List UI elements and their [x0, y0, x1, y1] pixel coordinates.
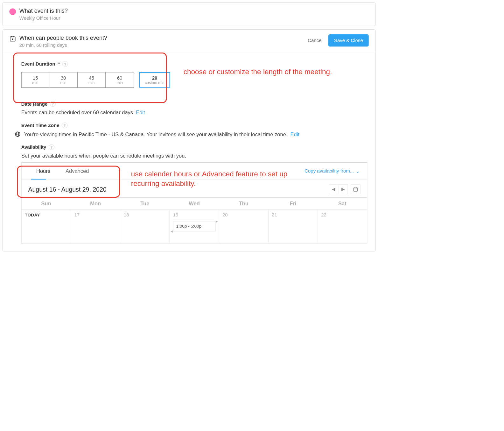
- calendar-cell[interactable]: 22: [318, 210, 367, 243]
- event-summary-card[interactable]: What event is this? Weekly Office Hour: [3, 3, 376, 26]
- availability-calendar: Sun Mon Tue Wed Thu Fri Sat TODAY: [22, 197, 367, 243]
- duration-option-custom[interactable]: 20 custom min: [139, 72, 170, 88]
- availability-event-block[interactable]: ▸ 1:00p - 5:00p ◂: [173, 221, 215, 231]
- card2-title: When can people book this event?: [19, 34, 306, 41]
- help-icon[interactable]: ?: [49, 144, 54, 150]
- duration-option-45[interactable]: 45 min: [78, 72, 106, 88]
- date-range-edit-link[interactable]: Edit: [136, 110, 145, 116]
- save-close-button[interactable]: Save & Close: [328, 34, 369, 46]
- weekday-header: Tue: [120, 198, 170, 210]
- copy-availability-link[interactable]: Copy availability from... ⌄: [304, 168, 360, 174]
- calendar-picker-button[interactable]: [351, 185, 360, 194]
- timezone-edit-link[interactable]: Edit: [290, 131, 299, 138]
- availability-label: Availability: [21, 144, 46, 150]
- svg-point-3: [12, 39, 13, 40]
- calendar-cell[interactable]: 21: [268, 210, 318, 243]
- availability-section: Availability ? Set your available hours …: [21, 144, 368, 244]
- svg-rect-7: [354, 188, 357, 191]
- globe-icon: [15, 131, 21, 138]
- weekday-header: Mon: [71, 198, 120, 210]
- tab-advanced[interactable]: Advanced: [58, 163, 96, 180]
- weekday-header: Wed: [170, 198, 219, 210]
- calendar-grid-icon: [353, 187, 358, 192]
- calendar-prev-button[interactable]: ◀: [329, 185, 339, 194]
- card1-title: What event is this?: [19, 7, 369, 14]
- help-icon[interactable]: ?: [50, 101, 56, 107]
- cancel-button[interactable]: Cancel: [306, 38, 324, 44]
- calendar-cell-today[interactable]: TODAY: [22, 210, 71, 243]
- availability-desc: Set your available hours when people can…: [21, 153, 186, 159]
- weekday-header: Sat: [318, 198, 367, 210]
- date-range-section: Date Range ? Events can be scheduled ove…: [21, 101, 368, 116]
- card2-subtitle: 20 min, 60 rolling days: [19, 43, 306, 48]
- weekday-header: Fri: [268, 198, 318, 210]
- date-range-desc: Events can be scheduled over 60 calendar…: [21, 110, 133, 116]
- chevron-left-icon: ◀: [332, 187, 335, 192]
- calendar-cell[interactable]: 20: [219, 210, 268, 243]
- card1-subtitle: Weekly Office Hour: [19, 16, 369, 21]
- chevron-right-icon: ▶: [341, 187, 345, 192]
- booking-settings-card: When can people book this event? 20 min,…: [3, 29, 376, 251]
- calendar-cell[interactable]: 18: [120, 210, 170, 243]
- calendar-cell[interactable]: 17: [71, 210, 120, 243]
- event-duration-section: Event Duration * ? 15 min 30 min 45: [21, 61, 368, 88]
- availability-panel: Hours Advanced Copy availability from...…: [21, 162, 368, 244]
- calendar-next-button[interactable]: ▶: [339, 185, 348, 194]
- calendar-icon: [9, 35, 16, 42]
- duration-option-60[interactable]: 60 min: [106, 72, 134, 88]
- tab-hours[interactable]: Hours: [29, 163, 58, 180]
- timezone-label: Event Time Zone: [21, 123, 60, 128]
- arrow-left-icon: ◂: [171, 229, 173, 234]
- timezone-section: Event Time Zone ? You're viewing times i…: [21, 123, 368, 138]
- required-asterisk: *: [58, 61, 60, 67]
- duration-option-15[interactable]: 15 min: [21, 72, 50, 88]
- event-duration-label: Event Duration: [21, 61, 55, 67]
- calendar-range-label: August 16 - August 29, 2020: [28, 186, 107, 193]
- date-range-label: Date Range: [21, 101, 48, 107]
- chevron-down-icon: ⌄: [356, 168, 360, 174]
- arrow-right-icon: ▸: [216, 219, 218, 224]
- weekday-header: Thu: [219, 198, 268, 210]
- weekday-header: Sun: [22, 198, 71, 210]
- event-color-dot: [9, 8, 16, 15]
- calendar-cell[interactable]: 19 ▸ 1:00p - 5:00p ◂: [170, 210, 219, 243]
- help-icon[interactable]: ?: [62, 123, 67, 128]
- timezone-desc: You're viewing times in Pacific Time - U…: [24, 131, 288, 138]
- help-icon[interactable]: ?: [62, 61, 68, 67]
- duration-option-30[interactable]: 30 min: [49, 72, 78, 88]
